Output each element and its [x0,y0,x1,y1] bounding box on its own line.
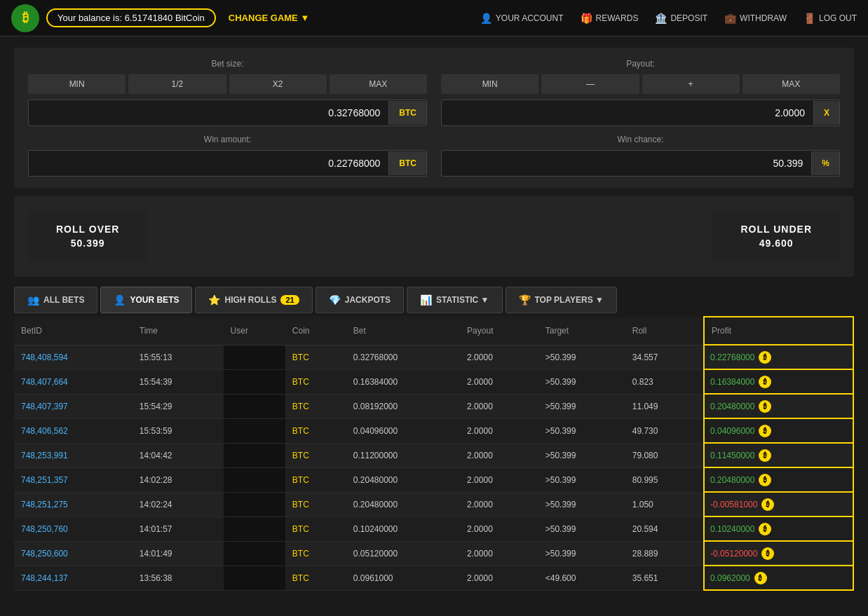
all-bets-label: ALL BETS [43,295,84,305]
cell-payout: 2.0000 [460,369,538,394]
tab-your-bets[interactable]: 👤 YOUR BETS [100,287,192,313]
cell-target: >50.399 [538,418,625,443]
tab-top-players[interactable]: 🏆 TOP PLAYERS ▼ [506,287,617,313]
cell-coin: BTC [285,492,346,516]
header-nav: 👤 YOUR ACCOUNT 🎁 REWARDS 🏦 DEPOSIT 💼 WIT… [480,13,857,24]
cell-roll: 28.889 [625,541,704,566]
nav-logout[interactable]: 🚪 LOG OUT [803,13,857,24]
cell-betid[interactable]: 748,407,397 [14,394,133,418]
btc-icon: ₿ [761,498,774,511]
bet-half-button[interactable]: 1/2 [128,74,226,94]
roll-over-line2: 50.399 [71,238,105,249]
nav-deposit-label: DEPOSIT [670,13,707,23]
cell-time: 14:02:28 [133,467,224,492]
payout-input-row: X [441,100,840,126]
roll-under-button[interactable]: ROLL UNDER 49.600 [712,210,840,263]
bet-double-button[interactable]: X2 [229,74,327,94]
cell-betid[interactable]: 748,406,562 [14,418,133,443]
table-row: 748,406,562 15:53:59 BTC 0.04096000 2.00… [14,418,853,443]
cell-time: 14:04:42 [133,443,224,467]
top-players-label: TOP PLAYERS ▼ [535,295,604,305]
bet-max-button[interactable]: MAX [330,74,427,94]
cell-roll: 0.823 [625,369,704,394]
payout-decrease-button[interactable]: — [541,74,639,94]
nav-account[interactable]: 👤 YOUR ACCOUNT [480,13,564,24]
cell-user [224,345,285,369]
tab-statistic[interactable]: 📊 STATISTIC ▼ [407,287,502,313]
win-row: Win amount: BTC Win chance: % [28,135,840,177]
profit-value: 0.20480000 [710,475,754,485]
win-amount-input[interactable] [29,151,388,176]
payout-increase-button[interactable]: + [642,74,740,94]
nav-rewards[interactable]: 🎁 REWARDS [581,13,639,24]
nav-withdraw[interactable]: 💼 WITHDRAW [724,13,787,24]
cell-profit: 0.0962000 ₿ [704,566,853,590]
payout-min-button[interactable]: MIN [441,74,538,94]
cell-profit: 0.20480000 ₿ [704,394,853,418]
profit-col: 0.20480000 ₿ [710,474,847,486]
cell-profit: 0.20480000 ₿ [704,467,853,492]
cell-bet: 0.08192000 [346,394,460,418]
cell-payout: 2.0000 [460,345,538,369]
bet-size-section: Bet size: MIN 1/2 X2 MAX BTC [28,59,427,126]
all-bets-icon: 👥 [27,294,39,306]
cell-time: 14:01:57 [133,516,224,541]
balance-display: Your balance is: 6.51741840 BitCoin [46,8,216,27]
main-content: Bet size: MIN 1/2 X2 MAX BTC Payout: MIN… [0,36,868,602]
cell-coin: BTC [285,418,346,443]
col-header-roll: Roll [625,317,704,345]
payout-max-button[interactable]: MAX [742,74,840,94]
cell-profit: -0.05120000 ₿ [704,541,853,566]
table-row: 748,244,137 13:56:38 BTC 0.0961000 2.000… [14,566,853,590]
table-row: 748,251,275 14:02:24 BTC 0.20480000 2.00… [14,492,853,516]
btc-icon: ₿ [759,400,771,413]
cell-user [224,394,285,418]
statistic-icon: 📊 [420,294,432,306]
cell-user [224,516,285,541]
profit-col: 0.11450000 ₿ [710,449,847,462]
win-chance-input-row: % [441,150,840,177]
btc-icon: ₿ [759,376,771,388]
tab-jackpots[interactable]: 💎 JACKPOTS [316,287,404,313]
tab-all-bets[interactable]: 👥 ALL BETS [14,287,97,313]
nav-deposit[interactable]: 🏦 DEPOSIT [655,13,707,24]
your-bets-icon: 👤 [114,294,126,306]
btc-icon: ₿ [759,449,771,462]
table-row: 748,251,357 14:02:28 BTC 0.20480000 2.00… [14,467,853,492]
table-body: 748,408,594 15:55:13 BTC 0.32768000 2.00… [14,345,853,590]
cell-user [224,492,285,516]
high-rolls-icon: ⭐ [208,294,220,306]
tabs-bar: 👥 ALL BETS 👤 YOUR BETS ⭐ HIGH ROLLS 21 💎… [14,287,854,313]
cell-betid[interactable]: 748,244,137 [14,566,133,590]
cell-coin: BTC [285,467,346,492]
nav-rewards-label: REWARDS [596,13,639,23]
change-game-button[interactable]: CHANGE GAME ▼ [229,13,309,23]
cell-betid[interactable]: 748,408,594 [14,345,133,369]
cell-betid[interactable]: 748,250,600 [14,541,133,566]
profit-value: 0.10240000 [710,524,754,534]
cell-payout: 2.0000 [460,516,538,541]
bet-min-button[interactable]: MIN [28,74,126,94]
account-icon: 👤 [480,13,492,24]
balance-text: Your balance is: 6.51741840 BitCoin [57,13,205,23]
cell-betid[interactable]: 748,250,760 [14,516,133,541]
cell-betid[interactable]: 748,253,991 [14,443,133,467]
payout-input[interactable] [442,100,813,125]
cell-target: >50.399 [538,541,625,566]
cell-target: <49.600 [538,566,625,590]
cell-betid[interactable]: 748,407,664 [14,369,133,394]
win-chance-input[interactable] [442,151,811,176]
cell-payout: 2.0000 [460,541,538,566]
profit-value: 0.04096000 [710,426,754,436]
btc-icon: ₿ [754,572,767,584]
deposit-icon: 🏦 [655,13,667,24]
bet-payout-row: Bet size: MIN 1/2 X2 MAX BTC Payout: MIN… [28,59,840,126]
cell-profit: 0.11450000 ₿ [704,443,853,467]
roll-over-button[interactable]: ROLL OVER 50.399 [28,210,147,263]
cell-betid[interactable]: 748,251,275 [14,492,133,516]
cell-betid[interactable]: 748,251,357 [14,467,133,492]
tab-high-rolls[interactable]: ⭐ HIGH ROLLS 21 [195,287,312,313]
bet-size-input[interactable] [29,100,388,125]
roll-under-line2: 49.600 [759,238,794,249]
cell-user [224,541,285,566]
